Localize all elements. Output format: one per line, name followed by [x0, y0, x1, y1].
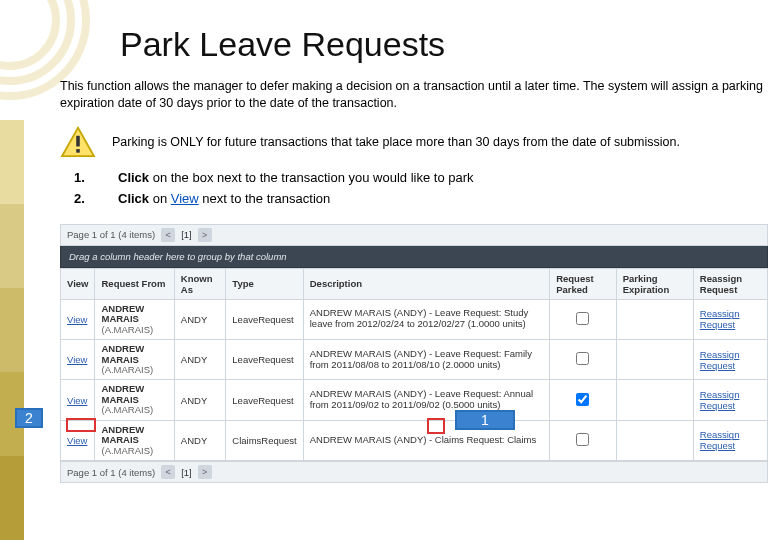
parked-checkbox[interactable]: [576, 352, 589, 365]
known-as: ANDY: [174, 380, 225, 420]
step-2-number: 2.: [74, 191, 94, 206]
request-from: ANDREW MARAIS(A.MARAIS): [95, 380, 174, 420]
pager-bottom-label: Page 1 of 1 (4 items): [67, 467, 155, 478]
parked-cell: [550, 420, 617, 460]
step-2-text: Click on View next to the transaction: [118, 191, 330, 206]
warning-icon: [60, 126, 96, 158]
pager-next-button[interactable]: >: [198, 465, 212, 479]
col-known[interactable]: Known As: [174, 268, 225, 299]
known-as: ANDY: [174, 420, 225, 460]
known-as: ANDY: [174, 340, 225, 380]
col-from[interactable]: Request From: [95, 268, 174, 299]
page-title: Park Leave Requests: [120, 25, 768, 64]
pager-next-button[interactable]: >: [198, 228, 212, 242]
description: ANDREW MARAIS (ANDY) - Leave Request: St…: [303, 299, 549, 339]
callout-2: 2: [15, 408, 43, 428]
warning-text: Parking is ONLY for future transactions …: [112, 135, 680, 149]
expiration: [616, 420, 693, 460]
pager-top-label: Page 1 of 1 (4 items): [67, 229, 155, 240]
request-from: ANDREW MARAIS(A.MARAIS): [95, 420, 174, 460]
expiration: [616, 299, 693, 339]
view-link[interactable]: View: [67, 354, 87, 365]
group-hint-bar[interactable]: Drag a column header here to group by th…: [60, 246, 768, 268]
table-row: ViewANDREW MARAIS(A.MARAIS)ANDYLeaveRequ…: [61, 380, 768, 420]
description: ANDREW MARAIS (ANDY) - Leave Request: Fa…: [303, 340, 549, 380]
pager-top: Page 1 of 1 (4 items) < [1] >: [60, 224, 768, 246]
col-type[interactable]: Type: [226, 268, 303, 299]
svg-rect-1: [76, 136, 80, 147]
parked-cell: [550, 299, 617, 339]
reassign-link[interactable]: Reassign Request: [700, 429, 740, 451]
type: ClaimsRequest: [226, 420, 303, 460]
col-desc[interactable]: Description: [303, 268, 549, 299]
table-row: ViewANDREW MARAIS(A.MARAIS)ANDYLeaveRequ…: [61, 299, 768, 339]
reassign-link[interactable]: Reassign Request: [700, 308, 740, 330]
reassign-link[interactable]: Reassign Request: [700, 389, 740, 411]
col-exp[interactable]: Parking Expiration: [616, 268, 693, 299]
known-as: ANDY: [174, 299, 225, 339]
request-from: ANDREW MARAIS(A.MARAIS): [95, 340, 174, 380]
parked-cell: [550, 380, 617, 420]
parked-cell: [550, 340, 617, 380]
step-1-number: 1.: [74, 170, 94, 185]
table-row: ViewANDREW MARAIS(A.MARAIS)ANDYLeaveRequ…: [61, 340, 768, 380]
type: LeaveRequest: [226, 380, 303, 420]
pager-prev-button[interactable]: <: [161, 228, 175, 242]
callout-1: 1: [455, 410, 515, 430]
request-from: ANDREW MARAIS(A.MARAIS): [95, 299, 174, 339]
view-link[interactable]: View: [67, 435, 87, 446]
parked-checkbox[interactable]: [576, 433, 589, 446]
col-view[interactable]: View: [61, 268, 95, 299]
warning-row: Parking is ONLY for future transactions …: [60, 126, 768, 158]
view-link[interactable]: View: [67, 395, 87, 406]
view-link-ref: View: [171, 191, 199, 206]
pager-current: [1]: [181, 467, 192, 478]
type: LeaveRequest: [226, 340, 303, 380]
svg-rect-2: [76, 149, 80, 153]
type: LeaveRequest: [226, 299, 303, 339]
requests-table: View Request From Known As Type Descript…: [60, 268, 768, 461]
step-1-text: Click on the box next to the transaction…: [118, 170, 474, 185]
pager-current: [1]: [181, 229, 192, 240]
parked-checkbox[interactable]: [576, 393, 589, 406]
grid-container: Page 1 of 1 (4 items) < [1] > Drag a col…: [60, 224, 768, 483]
view-link[interactable]: View: [67, 314, 87, 325]
expiration: [616, 340, 693, 380]
col-reassign[interactable]: Reassign Request: [693, 268, 767, 299]
col-parked[interactable]: Request Parked: [550, 268, 617, 299]
intro-text: This function allows the manager to defe…: [60, 78, 768, 112]
expiration: [616, 380, 693, 420]
steps-list: 1. Click on the box next to the transact…: [74, 170, 768, 206]
table-row: ViewANDREW MARAIS(A.MARAIS)ANDYClaimsReq…: [61, 420, 768, 460]
pager-prev-button[interactable]: <: [161, 465, 175, 479]
parked-checkbox[interactable]: [576, 312, 589, 325]
pager-bottom: Page 1 of 1 (4 items) < [1] >: [60, 461, 768, 483]
reassign-link[interactable]: Reassign Request: [700, 349, 740, 371]
